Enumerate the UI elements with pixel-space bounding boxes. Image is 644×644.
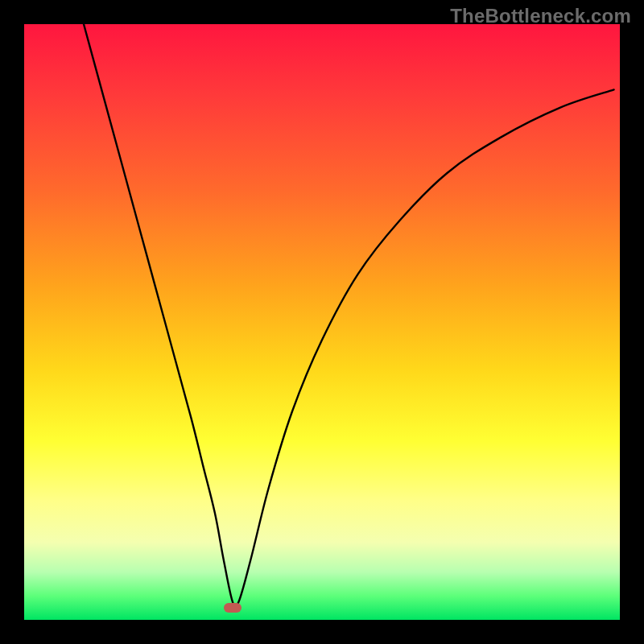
- series-curve: [24, 24, 620, 620]
- chart-frame: TheBottleneck.com: [0, 0, 644, 644]
- plot-area: [24, 24, 620, 620]
- watermark-text: TheBottleneck.com: [450, 5, 631, 27]
- trough-marker: [224, 603, 242, 613]
